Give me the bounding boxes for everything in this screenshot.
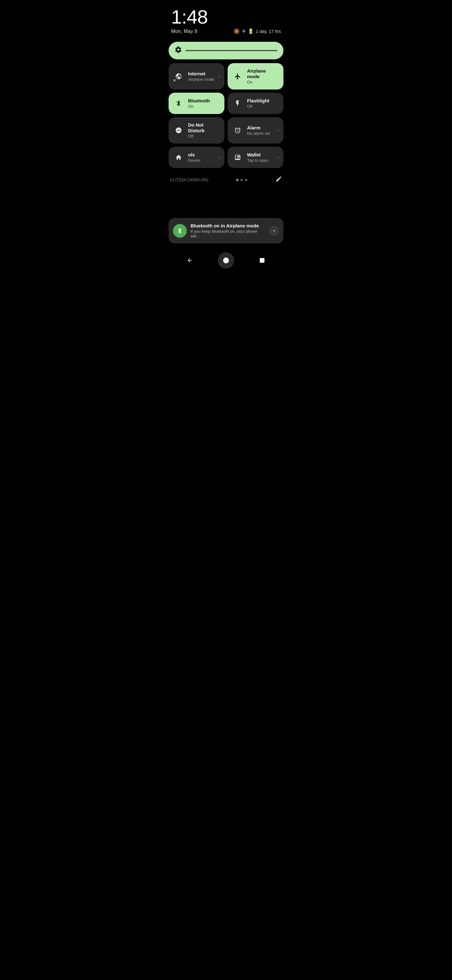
nav-bar	[165, 247, 287, 275]
internet-title: Internet	[188, 71, 215, 76]
wallet-title: Wallet	[247, 152, 274, 158]
tiles-grid: ✕ Internet Airplane mode › Airplane mode…	[168, 63, 284, 168]
notification-icon-circle	[173, 224, 187, 238]
airplane-subtitle: On	[247, 80, 279, 84]
airplane-status-icon: ✈	[242, 28, 246, 34]
dnd-title: Do Not Disturb	[188, 122, 220, 134]
internet-arrow: ›	[219, 73, 220, 79]
footer-row: 13 (TQ3A.230605.005)	[168, 172, 284, 185]
wallet-arrow: ›	[278, 154, 279, 160]
bluetooth-icon	[173, 98, 184, 109]
notification-title: Bluetooth on in Airplane mode	[190, 223, 265, 228]
alarm-arrow: ›	[278, 127, 279, 133]
wallet-tile[interactable]: Wallet Tap to open ›	[228, 147, 284, 168]
notification-card[interactable]: Bluetooth on in Airplane mode If you kee…	[168, 218, 284, 243]
alarm-subtitle: No alarm set	[247, 131, 274, 136]
bluetooth-tile[interactable]: Bluetooth On	[168, 93, 224, 114]
build-text: 13 (TQ3A.230605.005)	[170, 178, 208, 182]
dot-1[interactable]	[236, 179, 239, 181]
silent-icon: 🔕	[233, 28, 240, 34]
settings-icon-svg	[175, 46, 182, 53]
bluetooth-title: Bluetooth	[188, 98, 220, 103]
notification-chevron[interactable]	[269, 226, 279, 236]
notification-body: If you keep Bluetooth on, your phone wil…	[190, 229, 265, 239]
status-bar: 1:48 Mon, May 8 🔕 ✈ 🔋 1 day, 17 hrs	[165, 0, 287, 37]
back-button[interactable]	[182, 253, 197, 268]
airplane-title: Airplane mode	[247, 68, 279, 80]
brightness-fill	[186, 50, 249, 51]
bluetooth-subtitle: On	[188, 104, 220, 109]
notification-text: Bluetooth on in Airplane mode If you kee…	[190, 223, 265, 239]
dnd-icon	[173, 125, 184, 136]
battery-icon: 🔋	[247, 28, 254, 34]
controls-icon	[173, 152, 184, 163]
internet-subtitle: Airplane mode	[188, 77, 215, 82]
internet-tile[interactable]: ✕ Internet Airplane mode ›	[168, 63, 224, 89]
wallet-icon	[232, 152, 243, 163]
airplane-tile[interactable]: Airplane mode On	[228, 63, 284, 89]
dot-2[interactable]	[240, 179, 243, 181]
brightness-track[interactable]	[186, 50, 277, 51]
controls-subtitle: Device	[188, 158, 215, 163]
dnd-tile[interactable]: Do Not Disturb Off	[168, 117, 224, 143]
alarm-tile[interactable]: Alarm No alarm set ›	[228, 117, 284, 143]
brightness-slider[interactable]	[168, 42, 284, 59]
spacer	[165, 185, 287, 210]
flashlight-title: Flashlight	[247, 98, 279, 103]
flashlight-subtitle: Off	[247, 104, 279, 109]
controls-arrow: ›	[219, 154, 220, 160]
internet-icon: ✕	[173, 71, 184, 82]
dnd-subtitle: Off	[188, 134, 220, 138]
quick-settings-panel: ✕ Internet Airplane mode › Airplane mode…	[165, 37, 287, 185]
page-dots	[236, 179, 247, 181]
recents-button[interactable]	[255, 253, 270, 268]
controls-title: ols	[188, 152, 215, 158]
battery-text: 1 day, 17 hrs	[256, 29, 281, 34]
alarm-icon	[232, 125, 243, 136]
alarm-title: Alarm	[247, 125, 274, 130]
airplane-icon	[232, 71, 243, 82]
status-icons: 🔕 ✈ 🔋 1 day, 17 hrs	[233, 28, 281, 34]
flashlight-tile[interactable]: Flashlight Off	[228, 93, 284, 114]
clock: 1:48	[171, 6, 281, 28]
edit-icon[interactable]	[275, 176, 282, 184]
dot-3[interactable]	[245, 179, 247, 181]
controls-tile[interactable]: ols Device ›	[168, 147, 224, 168]
brightness-icon	[175, 46, 182, 55]
svg-rect-1	[260, 258, 264, 263]
wallet-subtitle: Tap to open	[247, 158, 274, 163]
svg-point-0	[223, 258, 229, 263]
home-button[interactable]	[218, 252, 234, 269]
flashlight-icon	[232, 98, 243, 109]
date: Mon, May 8	[171, 29, 197, 34]
